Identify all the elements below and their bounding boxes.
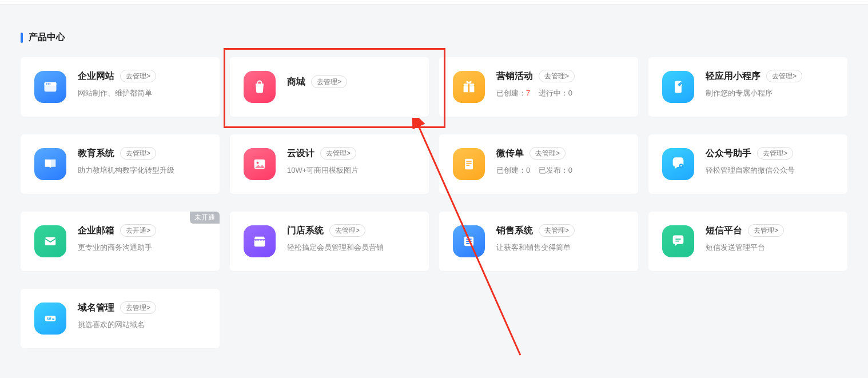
activate-button[interactable]: 去开通> xyxy=(120,224,156,237)
published-label: 已发布： xyxy=(539,166,568,174)
card-desc: 让获客和销售变得简单 xyxy=(496,242,628,253)
svg-rect-20 xyxy=(466,238,471,240)
envelope-icon xyxy=(34,225,66,257)
card-desc: 制作您的专属小程序 xyxy=(706,88,837,98)
card-marketing[interactable]: 营销活动 去管理> 已创建：7 进行中：0 xyxy=(439,57,638,117)
svg-rect-7 xyxy=(468,83,469,92)
section-title-text: 产品中心 xyxy=(29,31,65,43)
card-sms[interactable]: 短信平台 去管理> 短信发送管理平台 xyxy=(648,212,847,271)
card-title: 域名管理 xyxy=(78,302,114,314)
manage-button[interactable]: 去管理> xyxy=(120,147,156,160)
window-icon xyxy=(34,71,66,103)
card-title: 商城 xyxy=(287,76,305,88)
created-count: 0 xyxy=(526,166,530,174)
card-desc: 网站制作、维护都简单 xyxy=(78,88,209,98)
manage-button[interactable]: 去管理> xyxy=(311,75,347,88)
svg-point-3 xyxy=(47,83,49,85)
card-title: 企业邮箱 xyxy=(78,225,114,237)
created-count: 7 xyxy=(526,89,530,97)
svg-point-17 xyxy=(680,165,682,167)
card-desc: 更专业的商务沟通助手 xyxy=(78,242,209,253)
published-count: 0 xyxy=(568,166,572,174)
svg-rect-24 xyxy=(675,241,679,242)
card-store[interactable]: 门店系统 去管理> 轻松搞定会员管理和会员营销 xyxy=(230,212,429,271)
created-label: 已创建： xyxy=(496,89,526,97)
card-title: 短信平台 xyxy=(706,225,742,237)
card-title: 公众号助手 xyxy=(706,148,751,160)
svg-rect-13 xyxy=(466,161,471,162)
manage-button[interactable]: 去管理> xyxy=(120,301,156,314)
manage-button[interactable]: 去管理> xyxy=(766,70,802,82)
card-desc: 短信发送管理平台 xyxy=(706,242,837,253)
card-title: 企业网站 xyxy=(78,70,114,82)
image-icon xyxy=(244,148,276,180)
svg-rect-18 xyxy=(45,237,56,245)
card-edu[interactable]: 教育系统 去管理> 助力教培机构数字化转型升级 xyxy=(21,134,220,194)
svg-rect-14 xyxy=(466,163,471,164)
section-title: 产品中心 xyxy=(21,31,65,43)
manage-button[interactable]: 去管理> xyxy=(757,147,793,160)
card-title: 门店系统 xyxy=(287,225,324,237)
manage-button[interactable]: 去管理> xyxy=(539,70,575,82)
manage-button[interactable]: 去管理> xyxy=(320,147,356,160)
inactive-badge: 未开通 xyxy=(190,212,220,224)
card-desc: 挑选喜欢的网站域名 xyxy=(78,320,209,330)
svg-rect-12 xyxy=(465,159,473,170)
card-domain[interactable]: W.= 域名管理 去管理> 挑选喜欢的网站域名 xyxy=(21,289,220,348)
manage-button[interactable]: 去管理> xyxy=(120,70,156,82)
svg-rect-22 xyxy=(466,243,469,244)
card-desc: 10W+可商用模板图片 xyxy=(287,165,419,176)
card-title: 销售系统 xyxy=(496,225,533,237)
list-icon xyxy=(453,225,485,257)
running-count: 0 xyxy=(568,89,572,97)
top-strip xyxy=(0,0,868,5)
card-stats: 已创建：7 进行中：0 xyxy=(496,88,628,98)
svg-point-4 xyxy=(49,83,50,85)
card-flyer[interactable]: 微传单 去管理> 已创建：0 已发布：0 xyxy=(439,134,638,194)
phone-app-icon xyxy=(662,71,694,103)
card-desc: 轻松管理自家的微信公众号 xyxy=(706,165,837,176)
manage-button[interactable]: 去管理> xyxy=(329,224,365,237)
card-stats: 已创建：0 已发布：0 xyxy=(496,165,628,176)
product-grid: 企业网站 去管理> 网站制作、维护都简单 商城 去管理> 营销活动 去管理> 已… xyxy=(21,57,847,348)
created-label: 已创建： xyxy=(496,166,526,174)
card-title: 微传单 xyxy=(496,148,524,160)
svg-text:W.=: W.= xyxy=(47,316,55,321)
storefront-icon xyxy=(244,225,276,257)
card-title: 营销活动 xyxy=(496,70,533,82)
svg-point-2 xyxy=(46,83,47,85)
card-design[interactable]: 云设计 去管理> 10W+可商用模板图片 xyxy=(230,134,429,194)
card-sales[interactable]: 销售系统 去管理> 让获客和销售变得简单 xyxy=(439,212,638,271)
card-miniapp[interactable]: 轻应用小程序 去管理> 制作您的专属小程序 xyxy=(648,57,847,117)
svg-rect-23 xyxy=(675,238,680,240)
card-title: 教育系统 xyxy=(78,148,114,160)
gift-icon xyxy=(453,71,485,103)
card-desc: 助力教培机构数字化转型升级 xyxy=(78,165,209,176)
section-title-bar xyxy=(21,33,23,43)
manage-button[interactable]: 去管理> xyxy=(539,224,575,237)
card-mail[interactable]: 未开通 企业邮箱 去开通> 更专业的商务沟通助手 xyxy=(21,212,220,271)
card-wechat[interactable]: 公众号助手 去管理> 轻松管理自家的微信公众号 xyxy=(648,134,847,194)
manage-button[interactable]: 去管理> xyxy=(529,147,566,160)
book-icon xyxy=(34,148,66,180)
chat-settings-icon xyxy=(662,148,694,180)
svg-rect-15 xyxy=(466,165,469,166)
svg-point-11 xyxy=(257,162,259,164)
card-mall[interactable]: 商城 去管理> xyxy=(230,57,429,117)
shopping-bag-icon xyxy=(244,71,276,103)
card-site[interactable]: 企业网站 去管理> 网站制作、维护都简单 xyxy=(21,57,220,117)
card-title: 云设计 xyxy=(287,148,314,160)
message-icon xyxy=(662,225,694,257)
manage-button[interactable]: 去管理> xyxy=(748,224,784,237)
card-title: 轻应用小程序 xyxy=(706,70,761,82)
card-desc: 轻松搞定会员管理和会员营销 xyxy=(287,242,419,253)
domain-icon: W.= xyxy=(34,303,66,335)
running-label: 进行中： xyxy=(539,89,568,97)
page-icon xyxy=(453,148,485,180)
svg-rect-21 xyxy=(466,241,471,242)
